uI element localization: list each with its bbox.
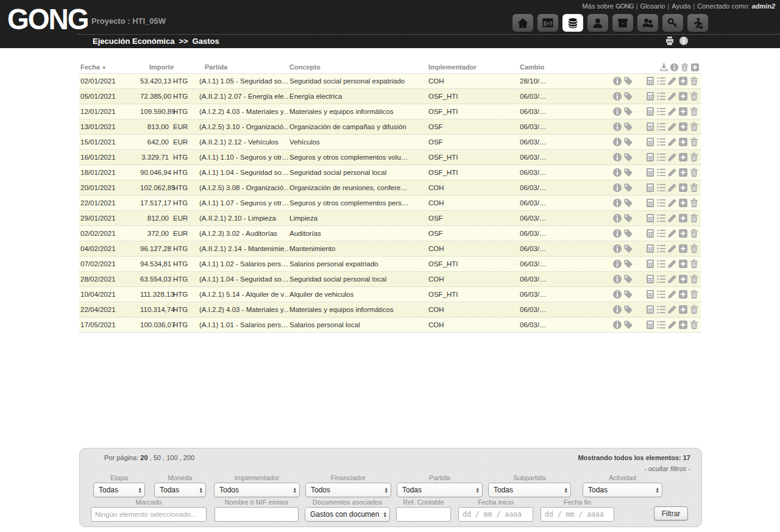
info-icon[interactable] [612,213,622,223]
comment-icon[interactable] [634,91,644,101]
filter-subpartida-select[interactable]: Todas▲▼ [488,483,571,497]
list-icon[interactable] [656,305,666,314]
comment-icon[interactable] [634,137,644,147]
delete-trash-icon[interactable] [689,76,699,86]
info-icon[interactable] [612,229,622,238]
column-header-concepto[interactable]: Concepto [289,63,428,71]
filter-actividad-select[interactable]: Todas▲▼ [583,483,662,497]
tag-icon[interactable] [623,168,633,177]
tag-icon[interactable] [623,152,633,162]
delete-trash-icon[interactable] [689,137,699,147]
edit-pencil-icon[interactable] [667,76,677,86]
add-icon[interactable] [678,320,688,330]
nav-runner-button[interactable] [687,14,708,32]
filter-partida-select[interactable]: Todas▲▼ [397,483,483,497]
delete-trash-icon[interactable] [689,183,699,193]
list-icon[interactable] [656,244,666,254]
comment-icon[interactable] [634,107,644,116]
list-icon[interactable] [656,213,666,223]
add-icon[interactable] [678,274,688,284]
per-page-option-200[interactable]: 200 [183,454,194,461]
nav-search-window-button[interactable] [537,14,558,32]
fecha-fin-input[interactable] [541,507,614,522]
tag-icon[interactable] [623,213,633,223]
list-icon[interactable] [656,152,666,162]
per-page-option-50[interactable]: 50 [154,454,161,461]
calculator-icon[interactable] [645,213,655,223]
tag-icon[interactable] [623,76,633,86]
edit-pencil-icon[interactable] [667,213,677,223]
list-icon[interactable] [656,122,666,132]
info-icon[interactable] [612,183,622,193]
tag-icon[interactable] [623,91,633,101]
edit-pencil-icon[interactable] [667,122,677,132]
list-icon[interactable] [656,198,666,208]
edit-pencil-icon[interactable] [667,259,677,269]
tag-icon[interactable] [623,259,633,269]
tag-icon[interactable] [623,122,633,132]
nav-user-button[interactable] [587,14,608,32]
calculator-icon[interactable] [645,259,655,269]
edit-pencil-icon[interactable] [667,183,677,193]
tag-icon[interactable] [623,305,633,314]
calculator-icon[interactable] [645,91,655,101]
tag-icon[interactable] [623,244,633,254]
add-icon[interactable] [678,213,688,223]
comment-icon[interactable] [634,289,644,299]
delete-trash-icon[interactable] [689,152,699,162]
tag-icon[interactable] [623,274,633,284]
add-icon[interactable] [678,152,688,162]
list-icon[interactable] [656,229,666,238]
link-glosario[interactable]: Glosario [640,2,665,10]
delete-trash-icon[interactable] [689,213,699,223]
info-icon[interactable] [612,107,622,116]
calculator-icon[interactable] [645,122,655,132]
nav-database-button[interactable] [562,14,583,32]
edit-pencil-icon[interactable] [667,107,677,116]
comment-icon[interactable] [634,244,644,254]
edit-pencil-icon[interactable] [667,274,677,284]
calculator-icon[interactable] [645,107,655,116]
edit-pencil-icon[interactable] [667,198,677,208]
info-icon[interactable] [612,244,622,254]
column-header-importe[interactable]: Importe [140,63,197,71]
calculator-icon[interactable] [645,274,655,284]
tag-icon[interactable] [623,229,633,238]
comment-icon[interactable] [634,274,644,284]
edit-pencil-icon[interactable] [667,305,677,314]
delete-trash-icon[interactable] [689,274,699,284]
list-icon[interactable] [656,259,666,269]
filter-etapa-select[interactable]: Todas▲▼ [93,483,145,497]
calculator-icon[interactable] [645,289,655,299]
column-header-implementador[interactable]: Implementador [428,63,519,71]
list-icon[interactable] [656,168,666,177]
delete-trash-icon[interactable] [689,122,699,132]
per-page-option-20[interactable]: 20 [140,454,147,461]
edit-pencil-icon[interactable] [667,289,677,299]
calculator-icon[interactable] [645,168,655,177]
delete-trash-icon[interactable] [689,168,699,177]
calculator-icon[interactable] [645,305,655,314]
comment-icon[interactable] [634,76,644,86]
comment-icon[interactable] [634,168,644,177]
edit-pencil-icon[interactable] [667,229,677,238]
info-icon[interactable] [612,320,622,330]
delete-trash-icon[interactable] [689,198,699,208]
info-icon[interactable] [612,168,622,177]
delete-trash-icon[interactable] [689,259,699,269]
calculator-icon[interactable] [645,137,655,147]
tag-icon[interactable] [623,137,633,147]
filter-financiador-select[interactable]: Todos▲▼ [305,483,391,497]
filter-moneda-select[interactable]: Todas▲▼ [154,483,206,497]
calculator-icon[interactable] [645,183,655,193]
nif-input[interactable] [214,507,299,522]
list-icon[interactable] [656,274,666,284]
add-icon[interactable] [678,122,688,132]
comment-icon[interactable] [634,152,644,162]
nav-key-button[interactable] [662,14,683,32]
calculator-icon[interactable] [645,76,655,86]
list-icon[interactable] [656,137,666,147]
info-icon[interactable] [612,137,622,147]
add-icon[interactable] [690,63,700,72]
per-page-option-100[interactable]: 100 [166,454,177,461]
